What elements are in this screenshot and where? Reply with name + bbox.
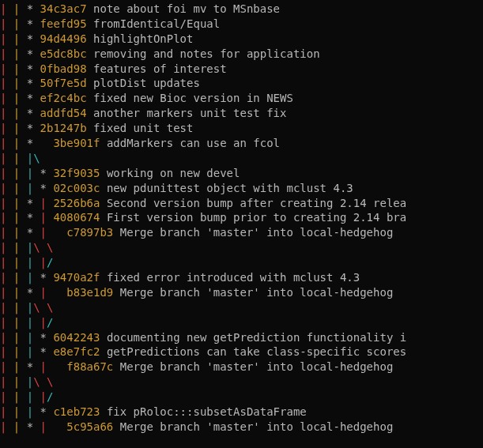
log-line: | | | * 02c003c new pdunittest object wi…	[0, 181, 483, 196]
graph-segment: |	[13, 17, 27, 30]
log-line: | | |\ \	[0, 300, 483, 315]
graph-segment: *	[40, 345, 54, 358]
commit-message: another markers unit test fix	[87, 107, 287, 119]
commit-hash[interactable]: 32f9035	[53, 167, 100, 179]
graph-segment: |	[27, 316, 40, 329]
graph-segment: /	[47, 256, 53, 269]
graph-segment: |	[0, 360, 13, 373]
log-line: | | |\	[0, 151, 483, 166]
log-line: | | | * 6042243 documenting new getPredi…	[0, 330, 483, 345]
log-line: | | * | 5c95a66 Merge branch 'master' in…	[0, 420, 483, 435]
graph-segment: |	[40, 286, 67, 299]
commit-hash[interactable]: b83e1d9	[66, 286, 113, 299]
graph-segment: *	[40, 167, 54, 179]
log-line: | | | * 32f9035 working on new devel	[0, 166, 483, 181]
graph-segment: |	[0, 420, 13, 433]
commit-hash[interactable]: 4080674	[53, 211, 100, 224]
commit-hash[interactable]: e5dc8bc	[40, 47, 87, 60]
commit-hash[interactable]: 2b1247b	[40, 122, 87, 134]
graph-segment: |	[0, 47, 13, 60]
log-line: | | * 34c3ac7 note about foi mv to MSnba…	[0, 2, 483, 17]
graph-segment: |	[13, 375, 27, 388]
graph-segment: \ \	[33, 375, 53, 388]
graph-segment: |	[0, 152, 13, 164]
graph-segment: |	[13, 271, 27, 284]
graph-segment: |	[27, 152, 33, 164]
graph-segment: |	[0, 316, 13, 329]
commit-hash[interactable]: c7897b3	[66, 226, 113, 239]
graph-segment: |	[13, 152, 27, 164]
graph-segment: |	[13, 301, 27, 314]
commit-hash[interactable]: 02c003c	[53, 182, 100, 194]
graph-segment: |	[13, 182, 27, 194]
graph-segment: |	[13, 32, 27, 45]
commit-hash[interactable]: addfd54	[40, 107, 87, 119]
graph-segment: *	[27, 107, 40, 119]
commit-message: fixed unit test	[87, 122, 194, 134]
graph-segment: |	[40, 211, 54, 224]
log-line: | | * 94d4496 highlightOnPlot	[0, 32, 483, 47]
graph-segment: |	[0, 182, 13, 194]
graph-segment: |	[13, 197, 27, 209]
log-line: | | |\ \	[0, 375, 483, 390]
log-line: | | * e5dc8bc removing and notes for app…	[0, 47, 483, 62]
graph-segment: *	[40, 405, 54, 418]
graph-segment: |	[13, 92, 27, 104]
graph-segment: \ \	[33, 241, 53, 254]
commit-hash[interactable]: c1eb723	[53, 405, 100, 418]
commit-hash[interactable]: 5c95a66	[66, 420, 113, 433]
graph-segment: |	[13, 420, 27, 433]
commit-hash[interactable]: e8e7fc2	[53, 345, 100, 358]
log-line: | | * | c7897b3 Merge branch 'master' in…	[0, 225, 483, 240]
graph-segment: *	[40, 331, 54, 344]
graph-segment: |	[40, 197, 54, 209]
graph-segment: |	[13, 390, 27, 403]
commit-hash[interactable]: 50f7e5d	[40, 77, 87, 89]
graph-segment: *	[27, 122, 40, 134]
log-line: | | | |/	[0, 315, 483, 330]
graph-segment: |	[40, 420, 67, 433]
graph-segment: |	[0, 77, 13, 89]
graph-segment: |	[0, 375, 13, 388]
graph-segment: |	[13, 167, 27, 179]
commit-hash[interactable]: feefd95	[40, 17, 87, 30]
log-line: | | | * 9470a2f fixed error introduced w…	[0, 270, 483, 285]
graph-segment: |	[27, 331, 40, 344]
log-line: | | * 0fbad98 features of interest	[0, 62, 483, 77]
graph-segment: |	[27, 390, 40, 403]
commit-hash[interactable]: 34c3ac7	[40, 2, 87, 15]
graph-segment: |	[0, 301, 13, 314]
commit-message: fixed error introduced with mclust 4.3	[100, 271, 360, 284]
commit-hash[interactable]: 0fbad98	[40, 62, 87, 75]
graph-segment: |	[0, 62, 13, 75]
log-line: | | | * c1eb723 fix pRoloc:::subsetAsDat…	[0, 405, 483, 420]
graph-segment: *	[27, 47, 40, 60]
commit-hash[interactable]: 6042243	[53, 331, 100, 344]
graph-segment: |	[0, 211, 13, 224]
commit-hash[interactable]: 9470a2f	[53, 271, 100, 284]
commit-hash[interactable]: 94d4496	[40, 32, 87, 45]
commit-message: fixed new Bioc version in NEWS	[87, 92, 293, 104]
graph-segment: *	[27, 32, 40, 45]
graph-segment: |	[13, 360, 27, 373]
graph-segment: |	[13, 2, 27, 15]
graph-segment: |	[0, 331, 13, 344]
graph-segment: |	[0, 137, 13, 149]
graph-segment: *	[27, 62, 40, 75]
graph-segment: |	[0, 167, 13, 179]
commit-hash[interactable]: 2526b6a	[53, 197, 100, 209]
graph-segment: |	[40, 360, 67, 373]
graph-segment: |	[27, 405, 40, 418]
commit-hash[interactable]: f88a67c	[66, 360, 113, 373]
graph-segment: *	[27, 137, 54, 149]
graph-segment: |	[0, 390, 13, 403]
graph-segment: |	[0, 286, 13, 299]
commit-message: Second version bump after creating 2.14 …	[100, 197, 406, 209]
commit-message: new pdunittest object with mclust 4.3	[100, 182, 353, 194]
commit-hash[interactable]: ef2c4bc	[40, 92, 87, 104]
graph-segment: |	[0, 345, 13, 358]
log-line: | | | |/	[0, 390, 483, 405]
graph-segment: |	[27, 345, 40, 358]
commit-hash[interactable]: 3be901f	[53, 137, 100, 149]
graph-segment: |	[13, 241, 27, 254]
